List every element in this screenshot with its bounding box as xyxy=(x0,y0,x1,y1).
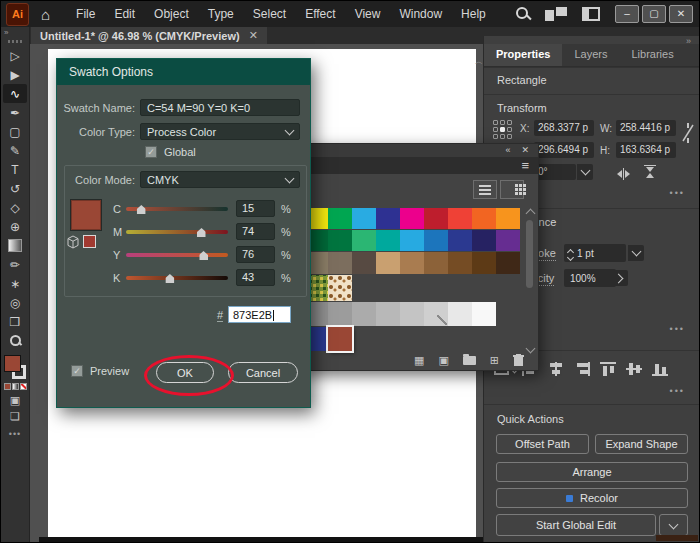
stepper-arrows-icon[interactable] xyxy=(564,247,577,260)
type-tool[interactable]: T xyxy=(3,160,27,179)
align-right-icon[interactable] xyxy=(574,362,590,376)
toolbar-grip[interactable] xyxy=(8,40,22,43)
swatch-libraries-icon[interactable]: ▦ xyxy=(414,355,424,366)
opacity-expand-icon[interactable] xyxy=(612,270,628,286)
menu-effect[interactable]: Effect xyxy=(305,7,335,21)
swatch[interactable] xyxy=(376,302,400,326)
offset-path-button[interactable]: Offset Path xyxy=(496,434,589,454)
swatches-panel-titlebar[interactable]: « ✕ xyxy=(302,144,538,157)
rotate-dropdown-icon[interactable] xyxy=(577,164,593,180)
h-field[interactable]: 163.6364 p xyxy=(616,142,676,158)
rectangle-tool[interactable]: ▢ xyxy=(3,122,27,141)
global-checkbox[interactable]: ✓ xyxy=(145,146,157,158)
menu-view[interactable]: View xyxy=(355,7,381,21)
panel-menu-icon[interactable]: ≡ xyxy=(521,159,529,172)
swatch-kinds-icon[interactable]: ▣ xyxy=(438,355,448,366)
curvature-tool[interactable]: ∿ xyxy=(3,84,27,103)
fill-stroke-indicator[interactable] xyxy=(3,355,27,379)
none-button[interactable] xyxy=(20,383,27,390)
swatch[interactable] xyxy=(448,208,472,229)
channel-slider[interactable] xyxy=(126,226,228,237)
swatch[interactable] xyxy=(496,252,520,274)
slider-track[interactable] xyxy=(126,253,228,257)
delete-swatch-icon[interactable] xyxy=(513,354,524,366)
channel-slider[interactable] xyxy=(126,249,228,260)
dialog-titlebar[interactable]: Swatch Options xyxy=(57,59,310,85)
swatch[interactable] xyxy=(424,208,448,229)
start-global-edit-button[interactable]: Start Global Edit xyxy=(496,514,656,536)
stroke-dropdown-icon[interactable] xyxy=(628,245,644,261)
document-tab[interactable]: Untitled-1* @ 46.98 % (CMYK/Preview) ✕ xyxy=(31,27,267,44)
align-more-icon[interactable]: ••• xyxy=(670,386,685,396)
shape-builder-tool[interactable]: ⊕ xyxy=(3,217,27,236)
rotate-field[interactable]: 0° xyxy=(534,164,576,180)
channel-slider[interactable] xyxy=(126,272,228,283)
color-mode-select[interactable]: CMYK xyxy=(140,171,300,188)
flip-vertical-icon[interactable] xyxy=(644,165,656,178)
swatch[interactable] xyxy=(352,208,376,229)
menu-help[interactable]: Help xyxy=(461,7,486,21)
swatch[interactable] xyxy=(352,302,376,326)
minimize-button[interactable]: – xyxy=(615,5,639,23)
recolor-button[interactable]: Recolor xyxy=(496,488,688,508)
align-center-horizontal-icon[interactable] xyxy=(548,362,564,376)
swatch[interactable] xyxy=(328,208,352,229)
draw-mode-icon[interactable]: ▣ xyxy=(10,395,20,406)
tab-close-icon[interactable]: ✕ xyxy=(249,30,258,41)
selection-tool[interactable]: ▷ xyxy=(3,46,27,65)
new-swatch-icon[interactable]: ⊞ xyxy=(490,355,499,366)
swatch[interactable] xyxy=(352,230,376,251)
menu-select[interactable]: Select xyxy=(253,7,286,21)
home-icon[interactable]: ⌂ xyxy=(41,7,50,22)
search-icon[interactable] xyxy=(516,7,530,21)
arrange-button[interactable]: Arrange xyxy=(496,462,688,482)
menu-edit[interactable]: Edit xyxy=(114,7,135,21)
slider-track[interactable] xyxy=(126,230,228,234)
swatch[interactable] xyxy=(424,230,448,251)
panel-collapse-icon[interactable]: « xyxy=(505,146,510,155)
artboard-tool[interactable]: ❒ xyxy=(3,312,27,331)
scroll-down-icon[interactable] xyxy=(526,344,536,354)
gradient-tool[interactable] xyxy=(3,236,27,255)
constrain-proportions-icon[interactable] xyxy=(681,121,695,145)
align-middle-vertical-icon[interactable] xyxy=(626,362,642,376)
transform-more-icon[interactable]: ••• xyxy=(670,188,685,198)
channel-value-field[interactable]: 15 xyxy=(236,200,275,217)
swatch[interactable] xyxy=(328,275,352,301)
grid-view-button[interactable] xyxy=(500,180,524,199)
ok-button[interactable]: OK xyxy=(156,362,214,383)
zoom-tool[interactable] xyxy=(3,331,27,350)
y-field[interactable]: 296.6494 p xyxy=(534,142,594,158)
scale-tool[interactable]: ◇ xyxy=(3,198,27,217)
screen-mode-icon[interactable]: ❏ xyxy=(10,411,20,422)
channel-value-field[interactable]: 43 xyxy=(236,269,275,286)
menu-file[interactable]: File xyxy=(76,7,95,21)
edit-toolbar-icon[interactable]: ••• xyxy=(9,429,21,439)
arrange-documents-icon[interactable] xyxy=(545,7,567,22)
tab-layers[interactable]: Layers xyxy=(562,44,619,66)
direct-selection-tool[interactable]: ▶ xyxy=(3,65,27,84)
menu-object[interactable]: Object xyxy=(154,7,189,21)
cancel-button[interactable]: Cancel xyxy=(228,362,298,383)
global-edit-dropdown-button[interactable] xyxy=(659,514,688,536)
swatch[interactable] xyxy=(400,302,424,326)
scroll-up-icon[interactable] xyxy=(526,209,536,219)
hex-input[interactable]: 873E2B xyxy=(228,306,291,323)
swatch[interactable] xyxy=(448,252,472,274)
x-field[interactable]: 268.3377 p xyxy=(534,120,594,136)
opacity-field[interactable]: 100% xyxy=(564,269,616,287)
swatch[interactable] xyxy=(472,208,496,229)
symbol-sprayer-tool[interactable]: ∗ xyxy=(3,274,27,293)
new-folder-icon[interactable] xyxy=(463,356,476,365)
scrollbar-thumb[interactable] xyxy=(526,220,533,288)
workspace-switcher-icon[interactable] xyxy=(582,7,600,21)
swatch[interactable] xyxy=(328,230,352,251)
toolbar-collapse-icon[interactable]: » xyxy=(4,28,8,37)
close-button[interactable]: ✕ xyxy=(669,5,693,23)
pencil-tool[interactable]: ✏ xyxy=(3,255,27,274)
reference-point-selector[interactable] xyxy=(493,120,512,139)
swatch[interactable] xyxy=(496,230,520,251)
swatch[interactable] xyxy=(328,302,352,326)
swatch[interactable] xyxy=(424,252,448,274)
w-field[interactable]: 258.4416 p xyxy=(616,120,676,136)
